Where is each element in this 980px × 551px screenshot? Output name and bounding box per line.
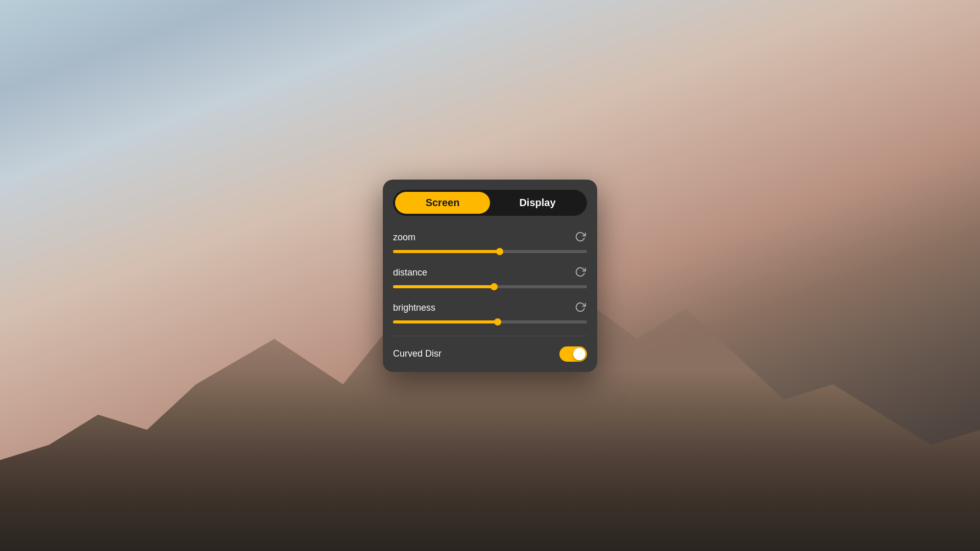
distance-slider-fill <box>393 285 494 288</box>
curved-disr-toggle[interactable] <box>559 346 587 362</box>
tab-display[interactable]: Display <box>490 192 585 214</box>
brightness-slider-fill <box>393 320 498 323</box>
brightness-section: brightness <box>393 300 587 323</box>
distance-reset-button[interactable] <box>574 265 587 280</box>
toggle-track <box>559 346 587 362</box>
distance-slider-track[interactable] <box>393 285 587 288</box>
zoom-header: zoom <box>393 230 587 245</box>
divider <box>393 336 587 336</box>
settings-panel: Screen Display zoom distance <box>383 180 597 372</box>
zoom-label: zoom <box>393 232 415 243</box>
zoom-reset-button[interactable] <box>574 230 587 245</box>
curved-disr-section: Curved Disr <box>393 346 587 362</box>
zoom-slider-thumb[interactable] <box>496 248 503 255</box>
distance-slider-thumb[interactable] <box>491 283 498 290</box>
curved-disr-label: Curved Disr <box>393 348 442 359</box>
tab-switcher: Screen Display <box>393 190 587 216</box>
distance-section: distance <box>393 265 587 288</box>
brightness-reset-button[interactable] <box>574 300 587 315</box>
brightness-label: brightness <box>393 303 435 313</box>
brightness-header: brightness <box>393 300 587 315</box>
toggle-knob <box>573 348 585 360</box>
zoom-slider-track[interactable] <box>393 250 587 253</box>
brightness-slider-track[interactable] <box>393 320 587 323</box>
distance-header: distance <box>393 265 587 280</box>
zoom-slider-fill <box>393 250 500 253</box>
zoom-section: zoom <box>393 230 587 253</box>
tab-screen[interactable]: Screen <box>395 192 490 214</box>
brightness-slider-thumb[interactable] <box>494 318 501 325</box>
distance-label: distance <box>393 267 427 278</box>
